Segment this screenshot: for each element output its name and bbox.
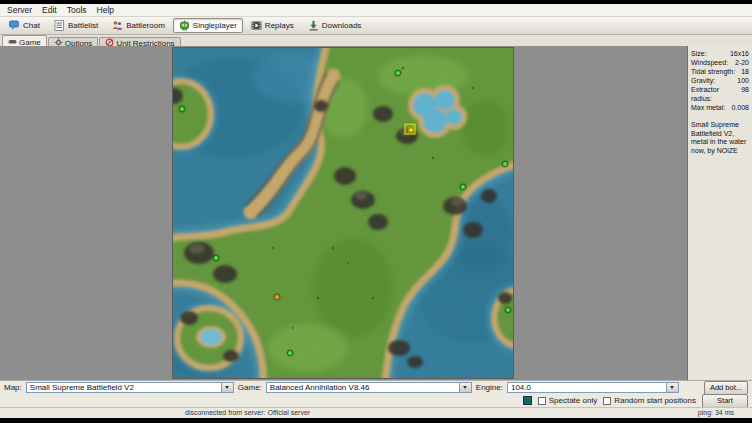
tab-singleplayer-label: Singleplayer xyxy=(193,21,237,30)
tab-chat-label: Chat xyxy=(23,21,40,30)
game-select-value: Balanced Annihilation V8.46 xyxy=(270,383,370,392)
map-select[interactable]: Small Supreme Battlefield V2 xyxy=(26,382,234,393)
tab-battleroom[interactable]: Battleroom xyxy=(106,18,171,33)
battlelist-icon xyxy=(54,20,65,31)
engine-label: Engine: xyxy=(476,383,503,392)
map-marker-start[interactable] xyxy=(179,106,185,112)
random-start-label: Random start positions xyxy=(614,396,696,405)
stat-label: Size: xyxy=(691,49,707,58)
tab-replays[interactable]: Replays xyxy=(245,18,300,33)
map-marker-selected[interactable] xyxy=(404,124,415,135)
tab-singleplayer[interactable]: Singleplayer xyxy=(173,18,243,33)
stat-extractor-radius: Extractor radius: 98 xyxy=(691,85,749,103)
tab-downloads[interactable]: Downloads xyxy=(302,18,368,33)
player-color-swatch[interactable] xyxy=(523,396,532,405)
engine-select[interactable]: 104.0 xyxy=(507,382,679,393)
stat-windspeed: Windspeed: 2-20 xyxy=(691,58,749,67)
stat-gravity: Gravity: 100 xyxy=(691,76,749,85)
selection-bar: Map: Small Supreme Battlefield V2 Game: … xyxy=(0,380,752,394)
singleplayer-icon xyxy=(179,20,190,31)
app-frame: Server Edit Tools Help Chat Battlelist xyxy=(0,4,752,417)
map-label: Map: xyxy=(4,383,22,392)
replays-icon xyxy=(251,20,262,31)
ping-status: ping: 34 ms xyxy=(698,409,734,416)
tab-battleroom-label: Battleroom xyxy=(126,21,165,30)
menu-help[interactable]: Help xyxy=(92,5,119,15)
menu-bar: Server Edit Tools Help xyxy=(0,4,752,17)
stat-max-metal: Max metal: 0.008 xyxy=(691,103,749,112)
game-select[interactable]: Balanced Annihilation V8.46 xyxy=(266,382,472,393)
stat-label: Windspeed: xyxy=(691,58,728,67)
menu-edit[interactable]: Edit xyxy=(37,5,62,15)
stat-label: Max metal: xyxy=(691,103,725,112)
stat-value: 0.008 xyxy=(731,103,749,112)
menu-server[interactable]: Server xyxy=(2,5,37,15)
map-marker-start[interactable] xyxy=(395,70,401,76)
map-select-value: Small Supreme Battlefield V2 xyxy=(30,383,134,392)
stat-label: Tidal strength: xyxy=(691,67,735,76)
map-markers xyxy=(173,48,513,378)
stat-size: Size: 16x16 xyxy=(691,49,749,58)
stat-tidal-strength: Tidal strength: 18 xyxy=(691,67,749,76)
start-button[interactable]: Start xyxy=(702,394,748,408)
spectate-only-label: Spectate only xyxy=(549,396,597,405)
map-marker-start[interactable] xyxy=(287,350,293,356)
game-select-arrow-icon[interactable] xyxy=(459,383,471,392)
tab-replays-label: Replays xyxy=(265,21,294,30)
chat-icon xyxy=(9,20,20,31)
stat-value: 18 xyxy=(741,67,749,76)
connection-status: disconnected from server: Official serve… xyxy=(185,409,310,416)
stat-value: 2-20 xyxy=(735,58,749,67)
toolbar: Chat Battlelist Battleroom Singleplayer xyxy=(0,17,752,35)
spectate-only-checkbox[interactable] xyxy=(538,397,546,405)
options-bar: Spectate only Random start positions Sta… xyxy=(0,394,752,407)
map-marker-start[interactable] xyxy=(502,161,508,167)
lobby-window: Server Edit Tools Help Chat Battlelist xyxy=(0,0,752,423)
stat-value: 98 xyxy=(741,85,749,103)
map-preview[interactable] xyxy=(173,48,513,378)
add-bot-button[interactable]: Add bot... xyxy=(704,381,748,395)
downloads-icon xyxy=(308,20,319,31)
random-start-checkbox[interactable] xyxy=(603,397,611,405)
stat-label: Extractor radius: xyxy=(691,85,741,103)
menu-tools[interactable]: Tools xyxy=(62,5,92,15)
tab-downloads-label: Downloads xyxy=(322,21,362,30)
tab-battlelist-label: Battlelist xyxy=(68,21,98,30)
stat-value: 100 xyxy=(737,76,749,85)
stat-value: 16x16 xyxy=(730,49,749,58)
map-marker-bot[interactable] xyxy=(274,294,280,300)
map-marker-start[interactable] xyxy=(460,184,466,190)
tab-battlelist[interactable]: Battlelist xyxy=(48,18,104,33)
map-select-arrow-icon[interactable] xyxy=(221,383,233,392)
status-bar: disconnected from server: Official serve… xyxy=(0,407,752,418)
map-description: Small Supreme Battlefield V2, metal in t… xyxy=(691,121,749,155)
map-marker-start[interactable] xyxy=(213,255,219,261)
map-info-panel: Size: 16x16 Windspeed: 2-20 Tidal streng… xyxy=(687,46,752,380)
map-area xyxy=(0,46,687,380)
game-label: Game: xyxy=(238,383,262,392)
stat-label: Gravity: xyxy=(691,76,715,85)
battleroom-icon xyxy=(112,20,123,31)
map-marker-start[interactable] xyxy=(505,307,511,313)
tab-chat[interactable]: Chat xyxy=(3,18,46,33)
spectate-only-option[interactable]: Spectate only xyxy=(538,396,597,405)
engine-select-value: 104.0 xyxy=(511,383,531,392)
engine-select-arrow-icon[interactable] xyxy=(666,383,678,392)
random-start-option[interactable]: Random start positions xyxy=(603,396,696,405)
